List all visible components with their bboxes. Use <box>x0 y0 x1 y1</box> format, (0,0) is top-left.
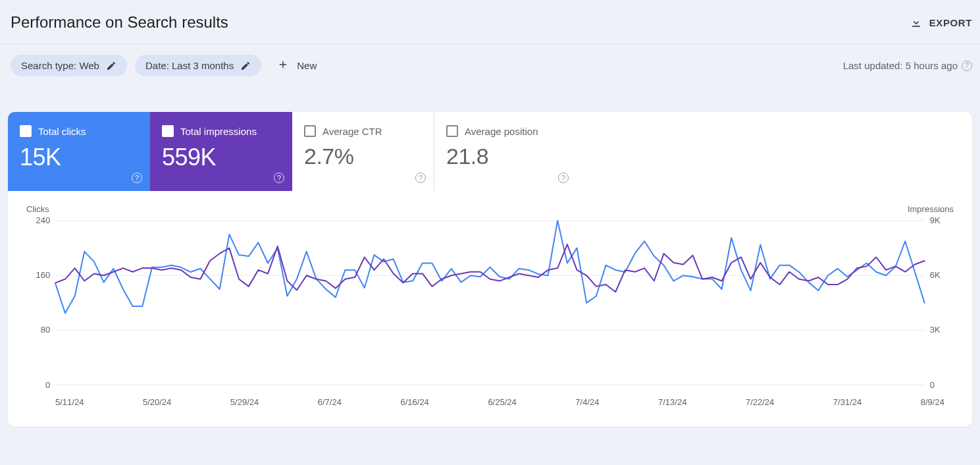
svg-text:0: 0 <box>45 380 50 389</box>
metric-average-position[interactable]: Average position 21.8 ? <box>434 112 577 191</box>
metric-label: Total clicks <box>38 126 86 137</box>
x-tick-label: 5/20/24 <box>143 397 171 407</box>
pencil-icon <box>240 61 251 71</box>
metric-value: 15K <box>20 144 138 171</box>
help-icon[interactable]: ? <box>415 173 426 183</box>
export-label: EXPORT <box>929 17 972 28</box>
x-tick-label: 7/4/24 <box>575 397 599 407</box>
right-axis-title: Impressions <box>908 204 954 214</box>
add-filter-button[interactable]: New <box>269 53 324 78</box>
svg-text:6K: 6K <box>930 270 941 280</box>
filter-chip-search-type-label: Search type: Web <box>21 60 99 71</box>
svg-text:0: 0 <box>930 380 935 389</box>
metric-total-clicks[interactable]: Total clicks 15K ? <box>8 112 150 191</box>
plus-icon <box>277 59 289 72</box>
checkbox-checked-icon <box>162 125 174 137</box>
help-icon[interactable]: ? <box>558 173 569 183</box>
metric-value: 2.7% <box>304 144 422 169</box>
checkbox-unchecked-icon <box>304 125 316 137</box>
x-tick-label: 6/25/24 <box>488 397 516 407</box>
x-tick-label: 7/31/24 <box>833 397 862 407</box>
checkbox-unchecked-icon <box>446 125 458 137</box>
last-updated-text: Last updated: 5 hours ago <box>843 60 958 71</box>
svg-text:3K: 3K <box>930 325 941 335</box>
metric-value: 559K <box>162 144 280 171</box>
x-tick-label: 6/7/24 <box>318 397 342 407</box>
svg-text:80: 80 <box>41 325 51 335</box>
x-tick-label: 8/9/24 <box>921 397 944 407</box>
filter-chip-search-type[interactable]: Search type: Web <box>11 55 127 76</box>
x-tick-label: 7/22/24 <box>746 397 774 407</box>
page-title: Performance on Search results <box>11 13 228 32</box>
svg-text:240: 240 <box>36 217 50 225</box>
svg-text:9K: 9K <box>930 217 941 225</box>
checkbox-checked-icon <box>20 125 32 137</box>
x-tick-label: 5/29/24 <box>230 397 259 407</box>
add-filter-label: New <box>297 60 317 71</box>
metric-label: Average position <box>465 126 538 137</box>
metric-value: 21.8 <box>446 144 565 169</box>
performance-card: Total clicks 15K ? Total impressions 559… <box>8 112 972 427</box>
export-button[interactable]: EXPORT <box>910 16 972 29</box>
pencil-icon <box>106 61 116 71</box>
help-icon[interactable]: ? <box>132 173 142 183</box>
metric-label: Average CTR <box>322 126 382 137</box>
metric-total-impressions[interactable]: Total impressions 559K ? <box>150 112 292 191</box>
x-tick-label: 6/16/24 <box>400 397 428 407</box>
performance-chart: 2409K1606K803K00 <box>26 217 954 389</box>
download-icon <box>910 16 923 29</box>
last-updated: Last updated: 5 hours ago ? <box>843 60 972 71</box>
filter-chip-date[interactable]: Date: Last 3 months <box>135 55 261 76</box>
metric-average-ctr[interactable]: Average CTR 2.7% ? <box>292 112 434 191</box>
help-icon[interactable]: ? <box>274 173 284 183</box>
filter-chip-date-label: Date: Last 3 months <box>145 60 234 71</box>
metric-label: Total impressions <box>180 126 257 137</box>
help-icon[interactable]: ? <box>962 61 972 71</box>
x-axis-labels: 5/11/245/20/245/29/246/7/246/16/246/25/2… <box>26 389 954 407</box>
x-tick-label: 7/13/24 <box>658 397 686 407</box>
svg-text:160: 160 <box>36 270 50 280</box>
left-axis-title: Clicks <box>26 204 49 214</box>
x-tick-label: 5/11/24 <box>55 397 84 407</box>
